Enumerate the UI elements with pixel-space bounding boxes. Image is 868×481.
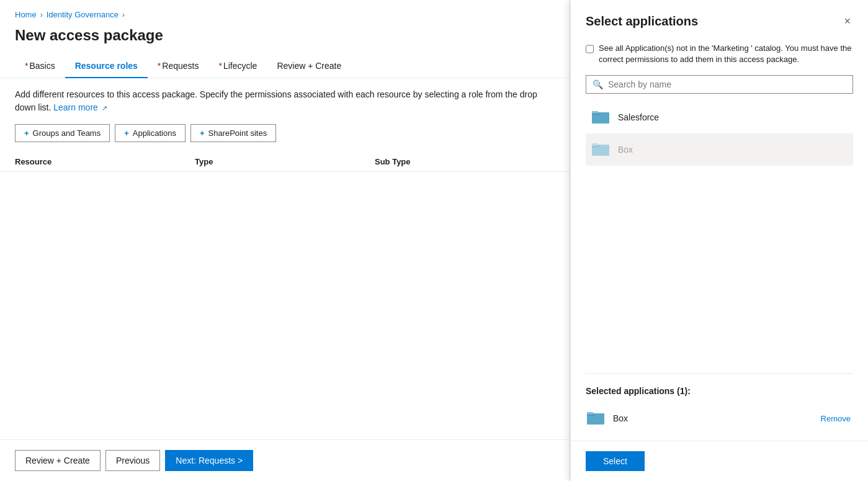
action-buttons: + Groups and Teams + Applications + Shar… bbox=[0, 119, 570, 152]
applications-button[interactable]: + Applications bbox=[115, 124, 186, 142]
app-name-box-list: Box bbox=[618, 145, 633, 155]
main-panel: Home › Identity Governance › New access … bbox=[0, 0, 570, 481]
app-icon-salesforce bbox=[591, 107, 611, 127]
remove-box-button[interactable]: Remove bbox=[818, 413, 853, 425]
tab-basics[interactable]: *Basics bbox=[15, 55, 65, 78]
search-box: 🔍 bbox=[586, 75, 853, 94]
tab-lifecycle[interactable]: *Lifecycle bbox=[208, 55, 267, 78]
app-item-salesforce[interactable]: Salesforce bbox=[586, 101, 853, 133]
breadcrumb-sep-1: › bbox=[40, 11, 43, 19]
table-header: Resource Type Sub Type bbox=[0, 152, 570, 172]
review-create-button[interactable]: Review + Create bbox=[15, 450, 101, 471]
groups-and-teams-button[interactable]: + Groups and Teams bbox=[15, 124, 110, 142]
col-subtype: Sub Type bbox=[375, 157, 555, 166]
svg-rect-8 bbox=[587, 412, 593, 415]
tab-basics-required: * bbox=[25, 61, 28, 71]
app-name-salesforce: Salesforce bbox=[618, 112, 659, 122]
selected-app-icon-box bbox=[586, 408, 606, 428]
selected-item-name-box: Box bbox=[613, 413, 811, 423]
table-body bbox=[0, 172, 570, 439]
breadcrumb-home[interactable]: Home bbox=[15, 10, 37, 19]
previous-button[interactable]: Previous bbox=[105, 450, 160, 471]
page-title: New access package bbox=[0, 24, 570, 54]
col-type: Type bbox=[195, 157, 375, 166]
selected-section-title: Selected applications (1): bbox=[586, 386, 853, 396]
selected-section: Selected applications (1): Box Remove bbox=[571, 379, 868, 441]
plus-icon-applications: + bbox=[124, 128, 129, 138]
panel-footer: Select bbox=[571, 441, 868, 481]
divider bbox=[586, 373, 853, 374]
svg-rect-2 bbox=[592, 111, 598, 114]
tab-requests[interactable]: *Requests bbox=[148, 55, 209, 78]
bottom-nav: Review + Create Previous Next: Requests … bbox=[0, 439, 570, 481]
plus-icon-groups: + bbox=[24, 128, 29, 138]
tab-resource-roles[interactable]: Resource roles bbox=[65, 55, 148, 78]
search-icon: 🔍 bbox=[593, 79, 603, 89]
see-all-label: See all Application(s) not in the 'Marke… bbox=[599, 43, 853, 65]
tab-lifecycle-required: * bbox=[218, 61, 221, 71]
panel-title: Select applications bbox=[586, 14, 698, 29]
plus-icon-sharepoint: + bbox=[200, 128, 205, 138]
learn-more-link[interactable]: Learn more ↗ bbox=[53, 102, 107, 112]
app-icon-box bbox=[591, 140, 611, 160]
right-panel: Select applications × See all Applicatio… bbox=[570, 0, 868, 481]
sharepoint-sites-button[interactable]: + SharePoint sites bbox=[190, 124, 276, 142]
description: Add different resources to this access p… bbox=[0, 78, 570, 119]
app-item-box[interactable]: Box bbox=[586, 133, 853, 166]
svg-rect-5 bbox=[592, 143, 598, 146]
tab-review-create[interactable]: Review + Create bbox=[267, 55, 351, 78]
search-input[interactable] bbox=[608, 79, 846, 89]
select-button[interactable]: Select bbox=[586, 451, 645, 471]
see-all-checkbox[interactable] bbox=[586, 44, 594, 54]
see-all-checkbox-wrapper: See all Application(s) not in the 'Marke… bbox=[586, 43, 853, 65]
breadcrumb-sep-2: › bbox=[122, 11, 125, 19]
panel-header: Select applications × bbox=[571, 0, 868, 40]
external-link-icon: ↗ bbox=[102, 104, 107, 112]
tabs: *Basics Resource roles *Requests *Lifecy… bbox=[0, 54, 570, 78]
apps-list: Salesforce Box bbox=[571, 101, 868, 368]
close-icon: × bbox=[844, 15, 851, 28]
selected-item-box: Box Remove bbox=[586, 403, 853, 433]
tab-requests-required: * bbox=[158, 61, 161, 71]
breadcrumb-identity-governance[interactable]: Identity Governance bbox=[47, 10, 119, 19]
next-requests-button[interactable]: Next: Requests > bbox=[165, 450, 253, 471]
col-resource: Resource bbox=[15, 157, 195, 166]
breadcrumb: Home › Identity Governance › bbox=[0, 0, 570, 24]
close-panel-button[interactable]: × bbox=[841, 12, 853, 30]
see-all-section: See all Application(s) not in the 'Marke… bbox=[571, 40, 868, 75]
